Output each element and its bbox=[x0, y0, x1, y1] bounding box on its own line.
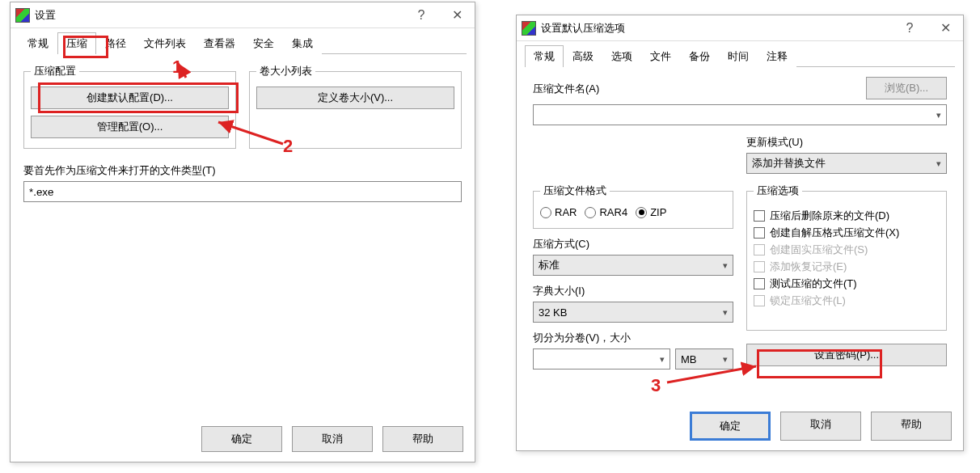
dict-label: 字典大小(I) bbox=[533, 284, 733, 298]
opt-solid: 创建固实压缩文件(S) bbox=[754, 243, 940, 257]
cancel-button[interactable]: 取消 bbox=[292, 426, 373, 452]
help-button[interactable]: 帮助 bbox=[382, 426, 463, 452]
method-label: 压缩方式(C) bbox=[533, 237, 733, 251]
tab-paths[interactable]: 路径 bbox=[96, 32, 135, 54]
chevron-down-icon: ▾ bbox=[723, 260, 728, 271]
ok-button[interactable]: 确定 bbox=[201, 426, 282, 452]
dialog2-footer: 确定 取消 帮助 bbox=[690, 412, 952, 441]
help-icon[interactable]: ? bbox=[403, 2, 439, 28]
tab-compression[interactable]: 压缩 bbox=[57, 32, 96, 54]
opt-lock: 锁定压缩文件(L) bbox=[754, 294, 940, 308]
group-compress-config: 压缩配置 创建默认配置(D)... 管理配置(O)... bbox=[23, 64, 236, 149]
chevron-down-icon: ▾ bbox=[936, 158, 941, 169]
opt-delete-after[interactable]: 压缩后删除原来的文件(D) bbox=[754, 209, 940, 223]
dict-combo[interactable]: 32 KB ▾ bbox=[533, 302, 733, 323]
split-size-combo[interactable]: ▾ bbox=[533, 348, 670, 370]
chevron-down-icon: ▾ bbox=[936, 110, 941, 120]
app-icon bbox=[522, 21, 536, 36]
split-unit-value: MB bbox=[681, 353, 697, 365]
opt-test[interactable]: 测试压缩的文件(T) bbox=[754, 277, 940, 291]
define-volume-button[interactable]: 定义卷大小(V)... bbox=[256, 87, 454, 109]
titlebar: 设置 ? ✕ bbox=[11, 2, 475, 28]
help-button[interactable]: 帮助 bbox=[871, 412, 952, 441]
update-mode-label: 更新模式(U) bbox=[746, 135, 947, 150]
archive-name-label: 压缩文件名(A) bbox=[533, 82, 858, 96]
format-rar4[interactable]: RAR4 bbox=[585, 206, 627, 218]
chevron-down-icon: ▾ bbox=[723, 354, 728, 365]
open-types-input[interactable] bbox=[23, 181, 462, 202]
group-volume-list-legend: 卷大小列表 bbox=[256, 64, 315, 78]
opt-sfx[interactable]: 创建自解压格式压缩文件(X) bbox=[754, 226, 940, 240]
split-label: 切分为分卷(V)，大小 bbox=[533, 331, 733, 345]
group-options-legend: 压缩选项 bbox=[754, 184, 802, 198]
app-icon bbox=[15, 8, 30, 23]
close-icon[interactable]: ✕ bbox=[927, 15, 963, 41]
close-icon[interactable]: ✕ bbox=[439, 2, 475, 28]
tab2-time[interactable]: 时间 bbox=[719, 45, 758, 67]
chevron-down-icon: ▾ bbox=[660, 354, 665, 365]
create-default-profile-button[interactable]: 创建默认配置(D)... bbox=[31, 87, 229, 109]
dict-value: 32 KB bbox=[539, 306, 567, 319]
group-format-legend: 压缩文件格式 bbox=[540, 184, 610, 198]
set-password-button[interactable]: 设置密码(P)... bbox=[746, 344, 947, 366]
tab-general[interactable]: 常规 bbox=[19, 32, 57, 54]
tab2-advanced[interactable]: 高级 bbox=[564, 45, 602, 67]
manage-profile-button[interactable]: 管理配置(O)... bbox=[31, 116, 229, 138]
group-options: 压缩选项 压缩后删除原来的文件(D) 创建自解压格式压缩文件(X) 创建固实压缩… bbox=[746, 184, 947, 331]
method-combo[interactable]: 标准 ▾ bbox=[533, 255, 733, 276]
tab2-general[interactable]: 常规 bbox=[525, 45, 564, 67]
tab-content: 压缩配置 创建默认配置(D)... 管理配置(O)... 卷大小列表 定义卷大小… bbox=[11, 54, 475, 212]
titlebar-2: 设置默认压缩选项 ? ✕ bbox=[517, 15, 963, 41]
format-zip[interactable]: ZIP bbox=[636, 206, 666, 218]
tab-security[interactable]: 安全 bbox=[244, 32, 283, 54]
chevron-down-icon: ▾ bbox=[723, 307, 728, 318]
dialog2-title: 设置默认压缩选项 bbox=[541, 21, 892, 36]
browse-button[interactable]: 浏览(B)... bbox=[866, 77, 947, 99]
tabs: 常规 压缩 路径 文件列表 查看器 安全 集成 bbox=[19, 32, 467, 54]
tab-integration[interactable]: 集成 bbox=[283, 32, 322, 54]
update-mode-value: 添加并替换文件 bbox=[752, 156, 826, 171]
format-rar[interactable]: RAR bbox=[540, 206, 577, 218]
group-format: 压缩文件格式 RAR RAR4 ZIP bbox=[533, 184, 733, 229]
open-types-label: 要首先作为压缩文件来打开的文件类型(T) bbox=[23, 163, 462, 178]
tab2-options[interactable]: 选项 bbox=[602, 45, 641, 67]
tab2-comment[interactable]: 注释 bbox=[758, 45, 796, 67]
help-icon[interactable]: ? bbox=[892, 15, 927, 41]
split-unit-combo[interactable]: MB ▾ bbox=[675, 348, 733, 370]
update-mode-combo[interactable]: 添加并替换文件 ▾ bbox=[746, 153, 947, 174]
tabs-2: 常规 高级 选项 文件 备份 时间 注释 bbox=[525, 44, 955, 67]
default-compression-dialog: 设置默认压缩选项 ? ✕ 常规 高级 选项 文件 备份 时间 注释 压缩文件名(… bbox=[516, 15, 964, 451]
opt-recovery: 添加恢复记录(E) bbox=[754, 260, 940, 274]
tab-filelist[interactable]: 文件列表 bbox=[135, 32, 195, 54]
archive-name-combo[interactable]: ▾ bbox=[533, 104, 947, 125]
ok-button[interactable]: 确定 bbox=[690, 412, 771, 441]
settings-dialog: 设置 ? ✕ 常规 压缩 路径 文件列表 查看器 安全 集成 压缩配置 创建默认… bbox=[10, 2, 475, 462]
group-volume-list: 卷大小列表 定义卷大小(V)... bbox=[249, 64, 462, 149]
tab-viewer[interactable]: 查看器 bbox=[195, 32, 244, 54]
cancel-button[interactable]: 取消 bbox=[780, 412, 861, 441]
tab2-files[interactable]: 文件 bbox=[641, 45, 680, 67]
tab2-backup[interactable]: 备份 bbox=[680, 45, 719, 67]
group-compress-config-legend: 压缩配置 bbox=[31, 64, 79, 78]
method-value: 标准 bbox=[539, 258, 560, 272]
tab2-content: 压缩文件名(A) 浏览(B)... ▾ 更新模式(U) 添加并替换文件 ▾ bbox=[517, 67, 963, 379]
dialog-title: 设置 bbox=[35, 8, 403, 23]
dialog-footer: 确定 取消 帮助 bbox=[201, 426, 463, 452]
